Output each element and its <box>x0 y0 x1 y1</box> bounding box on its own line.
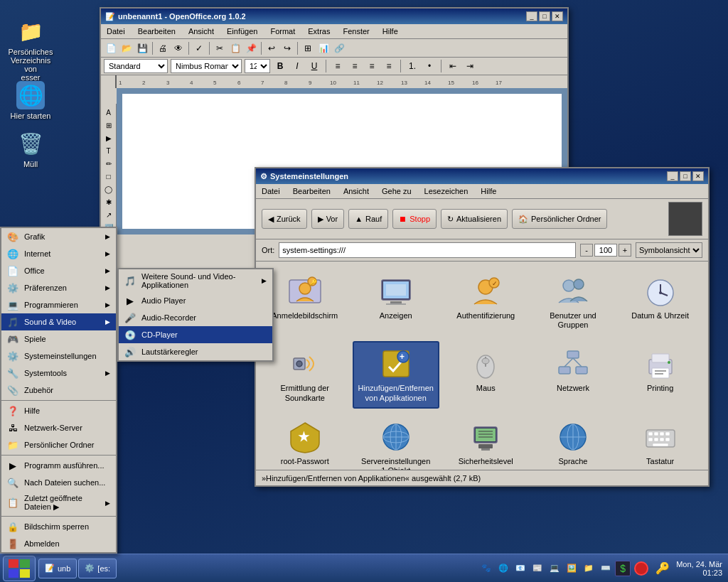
forward-btn[interactable]: ▶ Vor <box>311 209 345 229</box>
oo-menu-hilfe[interactable]: Hilfe <box>380 26 401 37</box>
sys-menu-datei[interactable]: Datei <box>259 185 283 197</box>
sidebar-tool-5[interactable]: ✏ <box>103 158 114 169</box>
sys-icon-anzeigen[interactable]: Anzeigen <box>353 269 439 335</box>
font-select[interactable]: Nimbus Roman <box>171 59 242 73</box>
italic-btn[interactable]: I <box>290 59 304 73</box>
sys-menu-bearbeiten[interactable]: Bearbeiten <box>290 185 333 197</box>
menu-item-hilfe[interactable]: ❓ Hilfe <box>1 402 116 419</box>
view-select[interactable]: Symbolansicht <box>636 242 702 258</box>
sys-menu-hilfe[interactable]: Hilfe <box>478 185 499 197</box>
sys-menu-gehe-zu[interactable]: Gehe zu <box>379 185 414 197</box>
cut-btn[interactable]: ✂ <box>213 41 227 55</box>
menu-item-netzwerk-server[interactable]: 🖧 Netzwerk-Server <box>1 419 116 436</box>
sidebar-tool-8[interactable]: ✱ <box>103 196 114 208</box>
sys-icon-authentifizierung[interactable]: ✓ Authentifizierung <box>445 269 527 335</box>
sys-icon-benutzer[interactable]: Benutzer und Gruppen <box>532 269 614 335</box>
quick-launch-2[interactable]: 🌐 <box>496 561 511 576</box>
new-btn[interactable]: 📄 <box>104 41 118 55</box>
sys-maximize-btn[interactable]: □ <box>680 171 691 181</box>
hyperlink-btn[interactable]: 🔗 <box>332 41 346 55</box>
home-btn[interactable]: 🏠 Persönlicher Ordner <box>512 209 607 229</box>
copy-btn[interactable]: 📋 <box>228 41 242 55</box>
sidebar-tool-1[interactable]: A <box>103 107 114 118</box>
submenu-cd-player[interactable]: 💿 CD-Player <box>119 326 272 343</box>
submenu-weitere-sound[interactable]: 🎵 Weitere Sound- und Video-Applikationen… <box>119 269 272 292</box>
menu-item-abmelden[interactable]: 🚪 Abmelden <box>1 535 116 552</box>
oo-menu-ansicht[interactable]: Ansicht <box>186 26 217 37</box>
bullets-btn[interactable]: • <box>422 59 437 73</box>
save-btn[interactable]: 💾 <box>135 41 149 55</box>
oo-maximize-btn[interactable]: □ <box>539 11 550 21</box>
desktop-icon-hier-starten[interactable]: 🌐 Hier starten <box>6 78 55 123</box>
justify-btn[interactable]: ≡ <box>382 59 396 73</box>
address-input[interactable] <box>279 242 576 258</box>
menu-item-internet[interactable]: 🌐 Internet ▶ <box>1 245 116 262</box>
sidebar-tool-7[interactable]: ◯ <box>103 183 114 195</box>
sys-icon-printing[interactable]: Printing <box>619 341 701 408</box>
menu-item-zubehoer[interactable]: 📎 Zubehör <box>1 382 116 399</box>
sys-icon-ermittlung[interactable]: Ermittlung der Soundkarte <box>263 341 347 408</box>
refresh-btn[interactable]: ↻ Aktualisieren <box>441 209 508 229</box>
quick-launch-5[interactable]: 💻 <box>547 561 562 576</box>
align-left-btn[interactable]: ≡ <box>331 59 345 73</box>
desktop-icon-muell[interactable]: 🗑️ Müll <box>6 126 55 171</box>
oo-menu-format[interactable]: Format <box>267 26 298 37</box>
oo-menu-fenster[interactable]: Fenster <box>340 26 372 37</box>
taskbar-key-icon[interactable]: 🔑 <box>655 561 670 576</box>
preview-btn[interactable]: 👁 <box>171 41 186 55</box>
quick-launch-8[interactable]: ⌨️ <box>598 561 614 576</box>
bold-btn[interactable]: B <box>273 59 287 73</box>
menu-item-programm-ausfuehren[interactable]: ▶ Programm ausführen... <box>1 457 116 474</box>
size-select[interactable]: 12 <box>245 59 270 73</box>
menu-item-praeferenzen[interactable]: ⚙️ Präferenzen ▶ <box>1 279 116 296</box>
menu-item-bildschirm-sperren[interactable]: 🔒 Bildschirm sperren <box>1 518 116 535</box>
sys-icon-netzwerk[interactable]: Netzwerk <box>532 341 614 408</box>
undo-btn[interactable]: ↩ <box>264 41 279 55</box>
up-btn[interactable]: ▲ Rauf <box>348 209 388 229</box>
zoom-plus-btn[interactable]: + <box>619 244 631 257</box>
quick-launch-terminal[interactable]: $ <box>615 561 631 576</box>
sidebar-tool-6[interactable]: □ <box>103 171 114 182</box>
quick-launch-4[interactable]: 📰 <box>530 561 545 576</box>
menu-item-programmieren[interactable]: 💻 Programmieren ▶ <box>1 296 116 313</box>
start-button[interactable] <box>3 556 36 581</box>
menu-item-zuletzt-geoeffnet[interactable]: 📋 Zuletzt geöffnete Dateien ▶ ▶ <box>1 491 116 514</box>
taskbar-app-unb[interactable]: 📝 unb <box>38 559 77 578</box>
quick-launch-6[interactable]: 🖼️ <box>564 561 579 576</box>
submenu-lautstaerkeregler[interactable]: 🔊 Lautstärkeregler <box>119 343 272 360</box>
style-select[interactable]: Standard <box>104 59 168 73</box>
sys-menu-lesezeichen[interactable]: Lesezeichen <box>422 185 471 197</box>
taskbar-app-sys[interactable]: ⚙️ [es: <box>78 559 117 578</box>
sys-menu-ansicht[interactable]: Ansicht <box>341 185 372 197</box>
underline-btn[interactable]: U <box>307 59 321 73</box>
chart-btn[interactable]: 📊 <box>316 41 331 55</box>
sys-close-btn[interactable]: ✕ <box>692 171 704 181</box>
spell-btn[interactable]: ✓ <box>192 41 206 55</box>
quick-launch-7[interactable]: 📁 <box>581 561 596 576</box>
sys-icon-datum[interactable]: Datum & Uhrzeit <box>619 269 701 335</box>
sys-icon-hinzufuegen[interactable]: + Hinzufügen/Entfernen von Applikationen <box>353 341 439 408</box>
align-center-btn[interactable]: ≡ <box>348 59 362 73</box>
submenu-audio-recorder[interactable]: 🎤 Audio-Recorder <box>119 309 272 326</box>
quick-launch-1[interactable]: 🐾 <box>478 561 494 576</box>
align-right-btn[interactable]: ≡ <box>365 59 379 73</box>
paste-btn[interactable]: 📌 <box>244 41 258 55</box>
oo-minimize-btn[interactable]: _ <box>526 11 537 21</box>
quick-launch-3[interactable]: 📧 <box>513 561 528 576</box>
menu-item-sound-video[interactable]: 🎵 Sound & Video ▶ <box>1 313 116 330</box>
oo-menu-einfuegen[interactable]: Einfügen <box>224 26 260 37</box>
table-btn[interactable]: ⊞ <box>301 41 315 55</box>
sidebar-tool-2[interactable]: ⊞ <box>103 119 114 131</box>
sys-minimize-btn[interactable]: _ <box>667 171 678 181</box>
redo-btn[interactable]: ↪ <box>280 41 294 55</box>
submenu-audio-player[interactable]: ▶ Audio Player <box>119 292 272 309</box>
indent-btn[interactable]: ⇥ <box>463 59 477 73</box>
taskbar-alert-icon[interactable] <box>633 561 649 576</box>
sys-icon-maus[interactable]: Maus <box>445 341 527 408</box>
sidebar-tool-3[interactable]: ▶ <box>103 132 114 144</box>
menu-item-systemeinstellungen[interactable]: ⚙️ Systemeinstellungen <box>1 347 116 365</box>
menu-item-office[interactable]: 📄 Office ▶ <box>1 262 116 279</box>
menu-item-persoenlicher-ordner[interactable]: 📁 Persönlicher Ordner <box>1 436 116 453</box>
oo-menu-bearbeiten[interactable]: Bearbeiten <box>135 26 178 37</box>
stop-btn[interactable]: ⏹ Stopp <box>392 209 437 229</box>
